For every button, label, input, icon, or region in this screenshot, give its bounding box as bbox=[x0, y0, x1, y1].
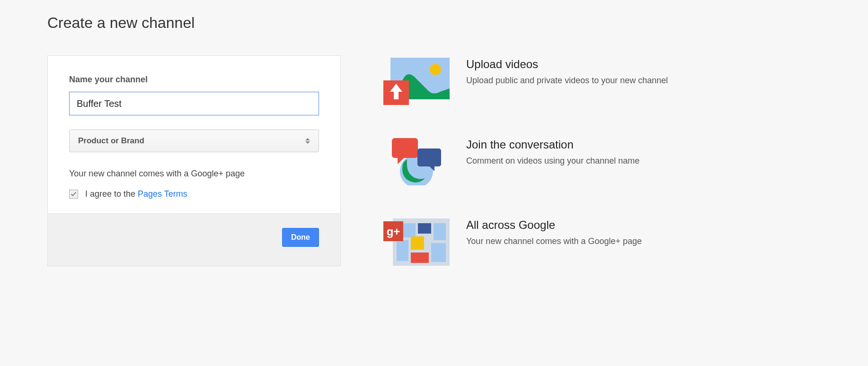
svg-text:g+: g+ bbox=[387, 225, 400, 238]
svg-rect-10 bbox=[397, 240, 408, 261]
updown-icon bbox=[305, 138, 310, 144]
svg-rect-8 bbox=[418, 223, 431, 234]
conversation-icon bbox=[383, 138, 450, 185]
features-list: Upload videos Upload public and private … bbox=[383, 55, 668, 266]
feature-upload: Upload videos Upload public and private … bbox=[383, 58, 668, 105]
pages-terms-link[interactable]: Pages Terms bbox=[138, 189, 187, 199]
feature-conversation-title: Join the conversation bbox=[466, 138, 639, 151]
feature-upload-description: Upload public and private videos to your… bbox=[466, 76, 668, 86]
svg-point-1 bbox=[430, 64, 441, 75]
feature-upload-title: Upload videos bbox=[466, 58, 668, 71]
page-title: Create a new channel bbox=[47, 14, 821, 32]
svg-rect-13 bbox=[431, 243, 446, 262]
feature-conversation: Join the conversation Comment on videos … bbox=[383, 138, 668, 185]
create-channel-form: Name your channel Product or Brand Your … bbox=[47, 55, 341, 266]
upload-videos-icon bbox=[383, 58, 450, 105]
feature-google-description: Your new channel comes with a Google+ pa… bbox=[466, 236, 642, 246]
checkmark-icon bbox=[71, 191, 77, 197]
feature-google: g+ All across Google Your new channel co… bbox=[383, 218, 668, 266]
svg-rect-12 bbox=[411, 253, 429, 263]
feature-conversation-description: Comment on videos using your channel nam… bbox=[466, 156, 639, 166]
svg-rect-9 bbox=[434, 223, 446, 240]
done-button[interactable]: Done bbox=[282, 228, 319, 247]
category-select[interactable]: Product or Brand bbox=[69, 130, 319, 152]
google-plus-info: Your new channel comes with a Google+ pa… bbox=[69, 169, 319, 179]
agree-prefix: I agree to the bbox=[85, 189, 138, 199]
svg-rect-11 bbox=[411, 236, 424, 250]
channel-name-label: Name your channel bbox=[69, 75, 319, 85]
google-plus-icon: g+ bbox=[383, 218, 450, 266]
svg-rect-5 bbox=[417, 148, 441, 166]
svg-rect-4 bbox=[392, 138, 418, 158]
agree-label: I agree to the Pages Terms bbox=[85, 189, 187, 199]
feature-google-title: All across Google bbox=[466, 218, 642, 232]
category-select-value: Product or Brand bbox=[78, 136, 144, 146]
channel-name-input[interactable] bbox=[69, 92, 319, 115]
agree-checkbox[interactable] bbox=[69, 190, 78, 199]
